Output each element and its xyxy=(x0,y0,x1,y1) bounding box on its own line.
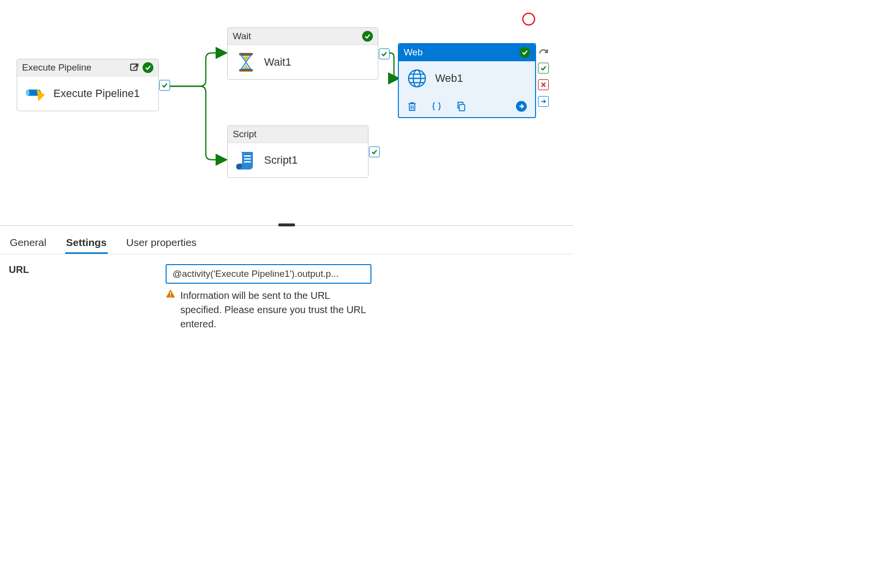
node-name: Script1 xyxy=(264,154,297,167)
node-name: Execute Pipeline1 xyxy=(53,87,140,100)
svg-rect-14 xyxy=(170,295,171,296)
node-script[interactable]: Script Script1 xyxy=(227,125,368,178)
output-port-success[interactable] xyxy=(379,49,390,59)
tab-settings[interactable]: Settings xyxy=(65,233,108,254)
warning-text: Information will be sent to the URL spec… xyxy=(180,289,371,331)
side-ports xyxy=(538,63,549,107)
svg-rect-10 xyxy=(459,104,465,111)
pipeline-canvas[interactable]: Execute Pipeline Execute Pipeline1 xyxy=(0,0,882,588)
globe-icon xyxy=(407,68,427,89)
svg-rect-5 xyxy=(244,155,251,157)
node-body: Wait1 xyxy=(228,45,378,79)
status-success-icon xyxy=(143,62,153,73)
svg-point-2 xyxy=(26,90,29,96)
output-port-success[interactable] xyxy=(369,147,380,157)
node-wait[interactable]: Wait Wait1 xyxy=(227,27,378,80)
delete-icon[interactable] xyxy=(407,101,417,114)
port-failure[interactable] xyxy=(538,79,549,90)
open-external-icon[interactable] xyxy=(129,62,140,73)
pipeline-icon xyxy=(25,83,46,104)
code-braces-icon[interactable] xyxy=(431,101,442,114)
node-type-label: Wait xyxy=(233,31,359,42)
svg-rect-0 xyxy=(131,64,137,71)
node-body: Script1 xyxy=(228,143,368,177)
svg-rect-13 xyxy=(170,292,171,295)
node-header: Web xyxy=(399,44,535,61)
node-execute-pipeline[interactable]: Execute Pipeline Execute Pipeline1 xyxy=(17,59,159,111)
url-input[interactable]: @activity('Execute Pipeline1').output.p.… xyxy=(166,264,371,284)
node-type-label: Execute Pipeline xyxy=(22,62,126,73)
node-header: Execute Pipeline xyxy=(17,59,158,76)
port-success[interactable] xyxy=(538,63,549,74)
properties-tabs: General Settings User properties xyxy=(0,226,573,254)
output-port-success[interactable] xyxy=(159,80,170,91)
panel-resize-handle[interactable] xyxy=(278,223,295,226)
status-success-icon xyxy=(362,31,373,42)
node-web[interactable]: Web Web1 xyxy=(398,43,536,118)
redo-icon[interactable] xyxy=(538,47,549,60)
warning-icon xyxy=(166,289,175,331)
node-header: Script xyxy=(228,126,368,143)
node-header: Wait xyxy=(228,28,378,45)
url-label: URL xyxy=(9,264,166,275)
properties-panel: General Settings User properties URL @ac… xyxy=(0,225,573,341)
node-body: Execute Pipeline1 xyxy=(17,76,158,111)
svg-point-12 xyxy=(523,13,535,25)
script-icon xyxy=(236,150,256,171)
node-type-label: Web xyxy=(404,47,516,58)
go-arrow-icon[interactable] xyxy=(515,100,527,114)
node-body: Web1 xyxy=(399,61,535,96)
status-success-icon xyxy=(519,47,530,58)
tab-user-properties[interactable]: User properties xyxy=(125,233,198,254)
settings-form: URL @activity('Execute Pipeline1').outpu… xyxy=(0,254,573,341)
svg-rect-6 xyxy=(244,158,251,160)
node-name: Web1 xyxy=(435,72,463,85)
svg-rect-7 xyxy=(244,161,251,163)
tab-general[interactable]: General xyxy=(9,233,48,254)
annotation-circle xyxy=(521,12,536,28)
node-name: Wait1 xyxy=(264,56,291,69)
node-type-label: Script xyxy=(233,129,363,140)
hourglass-icon xyxy=(236,52,256,73)
copy-icon[interactable] xyxy=(456,101,466,114)
node-toolbar xyxy=(399,96,535,117)
port-completion[interactable] xyxy=(538,96,549,107)
